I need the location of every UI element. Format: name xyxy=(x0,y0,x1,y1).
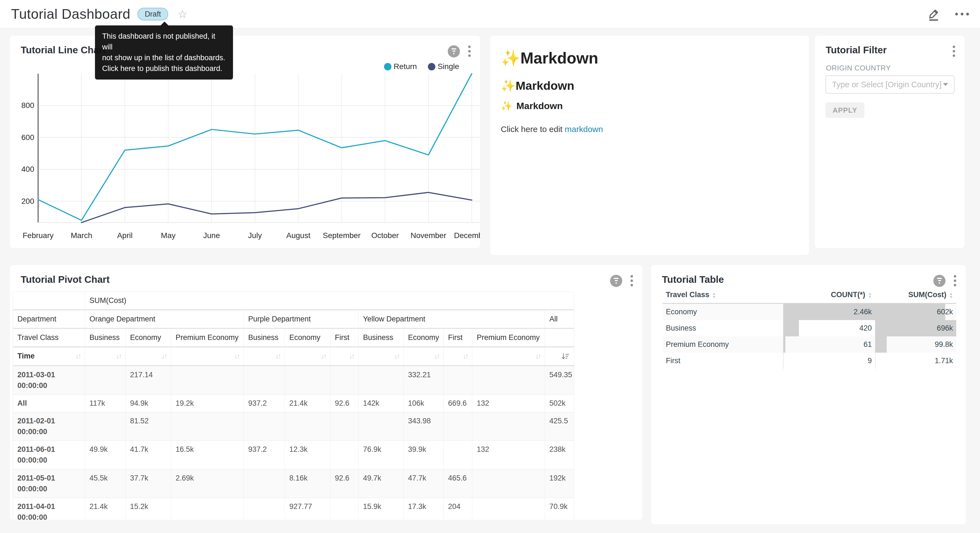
table-column-header[interactable]: Travel Class▲▼ xyxy=(663,287,783,303)
pivot-value-cell[interactable]: 15.9k xyxy=(359,498,404,520)
pivot-column-header[interactable]: Business xyxy=(359,329,404,348)
pivot-colgroup-header[interactable]: Purple Department xyxy=(244,310,359,329)
pivot-value-cell[interactable]: 549.35 xyxy=(545,366,574,395)
pivot-value-cell[interactable] xyxy=(244,366,285,395)
pivot-value-cell[interactable]: 927.77 xyxy=(285,498,331,520)
pivot-value-cell[interactable]: 343.98 xyxy=(404,412,444,441)
sort-icon[interactable]: ↓↑ xyxy=(116,351,121,362)
pivot-value-cell[interactable]: 465.6 xyxy=(444,469,473,498)
pivot-value-cell[interactable]: 15.2k xyxy=(126,498,171,520)
pivot-value-cell[interactable]: 81.52 xyxy=(126,412,171,441)
pivot-value-cell[interactable]: 12.3k xyxy=(285,441,331,469)
pivot-value-cell[interactable]: 21.4k xyxy=(85,498,126,520)
publish-tooltip[interactable]: This dashboard is not published, it will… xyxy=(95,26,233,80)
pivot-value-cell[interactable] xyxy=(244,498,285,520)
pivot-value-cell[interactable]: 45.5k xyxy=(85,469,126,498)
pivot-column-header[interactable]: Business xyxy=(244,329,285,348)
pivot-value-cell[interactable]: 937.2 xyxy=(244,441,285,469)
pivot-value-cell[interactable]: 70.9k xyxy=(545,498,574,520)
series-line-single[interactable] xyxy=(81,193,472,223)
legend-item-return[interactable]: Return xyxy=(384,62,417,71)
pivot-value-cell[interactable]: 238k xyxy=(545,441,574,469)
table-row[interactable]: Premium Economy6199.8k xyxy=(663,337,956,353)
origin-country-select[interactable]: Type or Select [Origin Country] xyxy=(826,75,955,94)
sort-icon[interactable]: ↓↑ xyxy=(75,351,80,362)
pivot-value-cell[interactable]: 132 xyxy=(473,395,545,412)
pivot-value-cell[interactable] xyxy=(285,412,331,441)
apply-button[interactable]: APPLY xyxy=(826,102,864,118)
pivot-row-label[interactable]: 2011-05-01 00:00:00 xyxy=(13,469,85,498)
pivot-row-label[interactable]: 2011-04-01 00:00:00 xyxy=(13,498,85,520)
pivot-value-cell[interactable]: 669.6 xyxy=(444,395,473,412)
pivot-column-header[interactable]: Premium Economy xyxy=(171,329,244,348)
favorite-star-icon[interactable]: ☆ xyxy=(178,8,188,20)
pivot-value-cell[interactable]: 49.9k xyxy=(85,441,126,469)
pivot-value-cell[interactable] xyxy=(85,412,126,441)
table-column-header[interactable]: COUNT(*)▲▼ xyxy=(783,287,875,303)
pivot-value-cell[interactable]: 117k xyxy=(85,395,126,412)
pivot-value-cell[interactable] xyxy=(473,412,545,441)
sort-icon[interactable]: ↓↑ xyxy=(463,351,468,362)
sort-icon[interactable]: ↓↑ xyxy=(394,351,399,362)
sort-icon[interactable]: ↓↑ xyxy=(161,351,167,362)
header-more-icon[interactable] xyxy=(955,13,969,16)
pivot-column-header[interactable]: Economy xyxy=(285,329,331,348)
table-column-header[interactable]: SUM(Cost)▲▼ xyxy=(875,287,956,303)
pivot-value-cell[interactable]: 37.7k xyxy=(126,469,171,498)
pivot-value-cell[interactable]: 192k xyxy=(545,469,574,498)
table-row[interactable]: Economy2.46k602k xyxy=(663,303,956,320)
pivot-row-label[interactable]: 2011-02-01 00:00:00 xyxy=(13,412,85,441)
sort-icon[interactable]: ▲▼ xyxy=(712,292,716,298)
pivot-value-cell[interactable]: 17.3k xyxy=(404,498,444,520)
pivot-value-cell[interactable]: 19.2k xyxy=(171,395,244,412)
pivot-value-cell[interactable] xyxy=(444,412,473,441)
pivot-colgroup-header[interactable]: Yellow Department xyxy=(359,310,545,329)
filter-menu-icon[interactable] xyxy=(951,45,956,58)
sort-icon[interactable]: ↓↑ xyxy=(234,351,239,362)
pivot-value-cell[interactable]: 502k xyxy=(545,395,574,412)
pivot-row-label[interactable]: 2011-03-01 00:00:00 xyxy=(13,366,85,395)
pivot-column-header[interactable]: Business xyxy=(85,329,126,348)
pivot-value-cell[interactable]: 217.14 xyxy=(126,366,171,395)
pivot-row-label[interactable]: 2011-06-01 00:00:00 xyxy=(13,441,85,469)
pivot-value-cell[interactable] xyxy=(331,441,359,469)
pivot-value-cell[interactable] xyxy=(244,469,285,498)
sort-icon[interactable]: ↓↑ xyxy=(535,351,540,362)
chart-menu-icon[interactable] xyxy=(629,274,634,287)
pivot-value-cell[interactable] xyxy=(473,498,545,520)
pivot-value-cell[interactable]: 21.4k xyxy=(285,395,331,412)
pivot-value-cell[interactable] xyxy=(359,412,404,441)
pivot-value-cell[interactable] xyxy=(244,412,285,441)
pivot-value-cell[interactable] xyxy=(331,498,359,520)
sort-descending-icon[interactable] xyxy=(561,352,570,361)
table-row[interactable]: First91.71k xyxy=(663,353,956,369)
pivot-column-header[interactable]: Economy xyxy=(404,329,444,348)
pivot-column-header[interactable]: First xyxy=(331,329,359,348)
pivot-value-cell[interactable]: 8.16k xyxy=(285,469,331,498)
pivot-value-cell[interactable] xyxy=(359,366,404,395)
pivot-value-cell[interactable]: 332.21 xyxy=(404,366,444,395)
table-row[interactable]: Business420696k xyxy=(663,320,956,337)
pivot-value-cell[interactable] xyxy=(473,469,545,498)
pivot-value-cell[interactable]: 142k xyxy=(359,395,404,412)
sort-icon[interactable]: ▲▼ xyxy=(868,292,872,298)
pivot-value-cell[interactable] xyxy=(285,366,331,395)
pivot-column-header[interactable]: Economy xyxy=(126,329,171,348)
pivot-value-cell[interactable]: 47.7k xyxy=(404,469,444,498)
cross-filter-icon[interactable] xyxy=(933,275,945,287)
pivot-row-label[interactable]: All xyxy=(13,395,85,412)
pivot-value-cell[interactable]: 39.9k xyxy=(404,441,444,469)
pivot-column-header[interactable]: Premium Economy xyxy=(473,329,545,348)
pivot-value-cell[interactable]: 937.2 xyxy=(244,395,285,412)
sort-icon[interactable]: ▲▼ xyxy=(949,292,953,298)
sort-icon[interactable]: ↓↑ xyxy=(434,351,439,362)
pivot-value-cell[interactable] xyxy=(331,366,359,395)
pivot-value-cell[interactable]: 16.5k xyxy=(171,441,244,469)
chart-menu-icon[interactable] xyxy=(953,274,957,287)
pivot-value-cell[interactable]: 106k xyxy=(404,395,444,412)
pivot-value-cell[interactable]: 204 xyxy=(444,498,473,520)
pivot-value-cell[interactable]: 76.9k xyxy=(359,441,404,469)
pivot-value-cell[interactable]: 41.7k xyxy=(126,441,171,469)
pivot-value-cell[interactable]: 94.9k xyxy=(126,395,171,412)
pivot-value-cell[interactable]: 425.5 xyxy=(545,412,574,441)
